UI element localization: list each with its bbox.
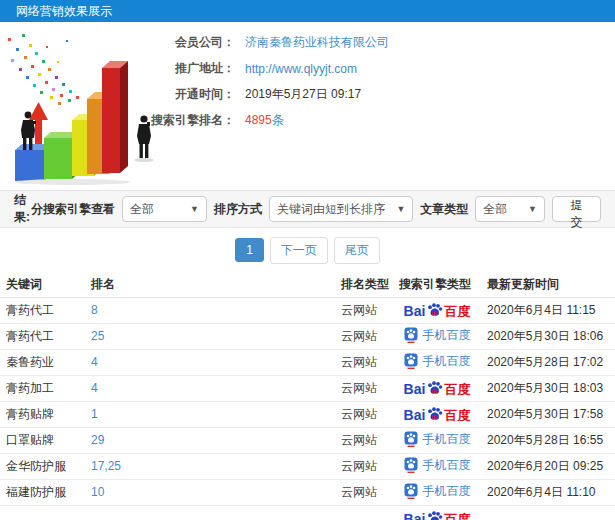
- promo-url-label: 推广地址：: [80, 60, 235, 77]
- rank-link[interactable]: 17,25: [91, 459, 121, 473]
- rank-cell: 17,25: [85, 453, 335, 479]
- mobile-baidu-icon: [404, 483, 418, 499]
- rank-link[interactable]: 25: [91, 329, 104, 343]
- sort-select-value: 关键词由短到长排序: [277, 201, 385, 218]
- rank-link[interactable]: 10: [91, 485, 104, 499]
- info-row-company: 会员公司： 济南秦鲁药业科技有限公司: [80, 36, 389, 49]
- keyword-cell: 福建防护服: [0, 479, 85, 505]
- rank-type-cell: 云网站: [335, 427, 393, 453]
- company-label: 会员公司：: [80, 34, 235, 51]
- rank-link[interactable]: 1: [91, 407, 98, 421]
- keyword-cell: 膏药加工: [0, 375, 85, 401]
- engine-cell: Bai du 百度: [393, 401, 481, 427]
- keyword-cell: 膏药代工: [0, 323, 85, 349]
- pagination: 1 下一页 尾页: [0, 228, 615, 272]
- update-time-cell: 2020年5月28日 17:02: [481, 349, 615, 375]
- mobile-baidu-text: 手机百度: [423, 485, 471, 497]
- rank-cell: 10: [85, 479, 335, 505]
- rank-cell: 1: [85, 401, 335, 427]
- engine-select[interactable]: 全部 ▼: [122, 196, 207, 222]
- mobile-baidu-logo: 手机百度: [404, 457, 471, 473]
- rank-type-cell: [335, 505, 393, 520]
- table-row: 膏药加工 4 云网站 Bai du 百度 2020年5月30日 18:03: [0, 375, 615, 401]
- rank-type-cell: 云网站: [335, 453, 393, 479]
- next-page-button[interactable]: 下一页: [270, 237, 328, 264]
- rank-type-cell: 云网站: [335, 479, 393, 505]
- table-row: 秦鲁药业 4 云网站 手机百度 2020年5月28日 17:02: [0, 349, 615, 375]
- header-rank: 排名: [85, 272, 335, 297]
- filter-bar: 结果: 分搜索引擎查看 全部 ▼ 排序方式 关键词由短到长排序 ▼ 文章类型 全…: [0, 190, 615, 228]
- rank-cell: 29: [85, 427, 335, 453]
- baidu-logo-cn-text: 百度: [444, 513, 470, 520]
- keyword-cell: [0, 505, 85, 520]
- info-row-open-time: 开通时间： 2019年5月27日 09:17: [80, 88, 389, 101]
- rank-cell: 4: [85, 349, 335, 375]
- update-time-cell: 2020年5月30日 18:06: [481, 323, 615, 349]
- header-rank-type: 排名类型: [335, 272, 393, 297]
- marketing-report-page: 网络营销效果展示: [0, 0, 615, 520]
- chevron-down-icon: ▼: [190, 204, 199, 214]
- chevron-down-icon: ▼: [396, 204, 405, 214]
- table-row: 膏药代工 8 云网站 Bai du 百度 2020年6月4日 11:15: [0, 297, 615, 323]
- baidu-paw-icon: du: [426, 510, 443, 520]
- engine-filter-label: 分搜索引擎查看: [31, 201, 115, 218]
- keyword-cell: 秦鲁药业: [0, 349, 85, 375]
- rank-link[interactable]: 8: [91, 303, 98, 317]
- results-table-body: 膏药代工 8 云网站 Bai du 百度 2020年6月4日 11:15 膏药代…: [0, 297, 615, 520]
- keyword-cell: 膏药贴牌: [0, 401, 85, 427]
- update-time-cell: 2020年6月4日 11:10: [481, 479, 615, 505]
- confetti-dots: [8, 34, 79, 105]
- baidu-logo-bai-text: Bai: [404, 512, 426, 520]
- table-row: 福建防护服 10 云网站 手机百度 2020年6月4日 11:10: [0, 479, 615, 505]
- engine-cell: Bai du 百度: [393, 505, 481, 520]
- svg-text:du: du: [432, 310, 440, 316]
- promo-url-link[interactable]: http://www.qlyyjt.com: [245, 62, 357, 76]
- mobile-baidu-text: 手机百度: [423, 459, 471, 471]
- keyword-cell: 口罩贴牌: [0, 427, 85, 453]
- rank-link[interactable]: 4: [91, 381, 98, 395]
- table-row: 膏药代工 25 云网站 手机百度 2020年5月30日 18:06: [0, 323, 615, 349]
- table-header-row: 关键词 排名 排名类型 搜索引擎类型 最新更新时间: [0, 272, 615, 297]
- last-page-button[interactable]: 尾页: [334, 237, 380, 264]
- engine-cell: Bai du 百度: [393, 297, 481, 323]
- update-time-cell: 2020年5月28日 16:55: [481, 427, 615, 453]
- mobile-baidu-icon: [404, 431, 418, 447]
- baidu-logo-cn-text: 百度: [444, 409, 470, 422]
- baidu-paw-icon: du: [426, 406, 443, 423]
- filter-controls: 分搜索引擎查看 全部 ▼ 排序方式 关键词由短到长排序 ▼ 文章类型 全部 ▼ …: [31, 196, 601, 222]
- titlebar: 网络营销效果展示: [0, 0, 615, 22]
- baidu-logo-bai-text: Bai: [404, 304, 426, 318]
- engine-cell: 手机百度: [393, 427, 481, 453]
- engine-cell: 手机百度: [393, 323, 481, 349]
- baidu-logo-bai-text: Bai: [404, 382, 426, 396]
- info-row-url: 推广地址： http://www.qlyyjt.com: [80, 62, 389, 75]
- company-name-link[interactable]: 济南秦鲁药业科技有限公司: [245, 34, 389, 51]
- rank-link[interactable]: 29: [91, 433, 104, 447]
- engine-select-value: 全部: [130, 201, 154, 218]
- rank-type-cell: 云网站: [335, 323, 393, 349]
- baidu-logo-bai-text: Bai: [404, 408, 426, 422]
- submit-button[interactable]: 提交: [552, 196, 601, 222]
- sort-select[interactable]: 关键词由短到长排序 ▼: [269, 196, 413, 222]
- rank-cell: 8: [85, 297, 335, 323]
- article-type-select[interactable]: 全部 ▼: [475, 196, 545, 222]
- results-table: 关键词 排名 排名类型 搜索引擎类型 最新更新时间 膏药代工 8 云网站 Bai…: [0, 272, 615, 520]
- table-row: 口罩贴牌 29 云网站 手机百度 2020年5月28日 16:55: [0, 427, 615, 453]
- mobile-baidu-text: 手机百度: [423, 433, 471, 445]
- page-1-button[interactable]: 1: [235, 238, 264, 262]
- mobile-baidu-text: 手机百度: [423, 355, 471, 367]
- open-time-label: 开通时间：: [80, 86, 235, 103]
- rank-link[interactable]: 4: [91, 355, 98, 369]
- baidu-logo: Bai du 百度: [404, 510, 471, 520]
- engine-cell: 手机百度: [393, 453, 481, 479]
- mobile-baidu-logo: 手机百度: [404, 483, 471, 499]
- mobile-baidu-logo: 手机百度: [404, 327, 471, 343]
- company-info: 会员公司： 济南秦鲁药业科技有限公司 推广地址： http://www.qlyy…: [80, 36, 389, 140]
- rank-count-value[interactable]: 4895条: [245, 112, 284, 129]
- rank-count-unit: 条: [272, 113, 284, 127]
- keyword-cell: 膏药代工: [0, 297, 85, 323]
- table-row: Bai du 百度: [0, 505, 615, 520]
- info-row-rank-count: 搜索引擎排名： 4895条: [80, 114, 389, 127]
- update-time-cell: 2020年6月4日 11:15: [481, 297, 615, 323]
- article-type-label: 文章类型: [420, 201, 468, 218]
